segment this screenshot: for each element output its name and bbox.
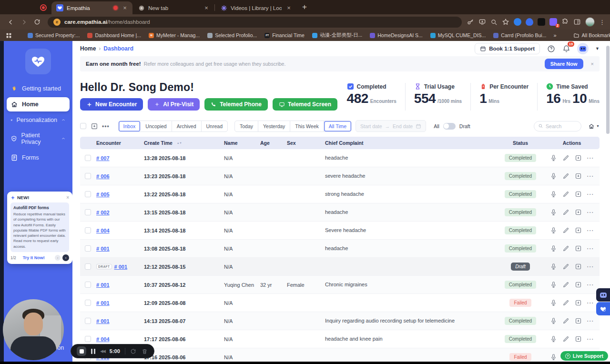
empathia-logo[interactable]: [25, 49, 51, 74]
filter-inbox[interactable]: Inbox: [119, 121, 141, 131]
bookmark-item[interactable]: 动漫-全部类型-日...: [309, 31, 366, 40]
telemed-phone-button[interactable]: Telemed Phone: [204, 98, 268, 111]
edit-icon[interactable]: [562, 299, 569, 306]
edit-icon[interactable]: [562, 317, 569, 324]
edit-icon[interactable]: [562, 263, 569, 270]
sidebar-item-home[interactable]: Home: [7, 97, 70, 111]
export-icon[interactable]: [575, 227, 582, 234]
export-icon[interactable]: [575, 281, 582, 288]
sidebar-item-getting-started[interactable]: Getting started: [7, 82, 70, 95]
popup-prev-button[interactable]: ‹: [55, 255, 61, 261]
live-support-button[interactable]: ? Live Support: [560, 351, 608, 361]
extension-purple-icon[interactable]: 2: [549, 18, 557, 26]
row-checkbox[interactable]: [85, 318, 91, 324]
apps-grid-icon[interactable]: [6, 32, 12, 39]
row-more-icon[interactable]: ···: [587, 227, 594, 234]
encounter-link[interactable]: # 001: [96, 318, 110, 324]
encounter-link[interactable]: # 006: [96, 173, 110, 179]
row-more-icon[interactable]: ···: [587, 300, 594, 306]
tab-close-icon[interactable]: ×: [203, 4, 210, 11]
new-tab-button[interactable]: +: [302, 2, 307, 12]
search-input[interactable]: [546, 123, 579, 129]
extension-shield-icon[interactable]: [526, 18, 533, 26]
sort-icon[interactable]: ▲▼: [177, 142, 182, 144]
all-bookmarks-button[interactable]: All Bookmarks: [570, 31, 610, 40]
row-more-icon[interactable]: ···: [587, 173, 594, 180]
row-checkbox[interactable]: [85, 209, 91, 215]
row-more-icon[interactable]: ···: [587, 263, 594, 270]
new-encounter-button[interactable]: New Encounter: [80, 98, 143, 111]
browser-tab[interactable]: Empathia×: [51, 1, 132, 14]
bookmark-item[interactable]: Secured Property:...: [24, 31, 83, 39]
sidebar-item-personalization[interactable]: Personalization: [7, 113, 70, 127]
record-audio-icon[interactable]: [550, 263, 557, 270]
stop-recording-button[interactable]: [77, 346, 86, 356]
row-checkbox[interactable]: [85, 336, 91, 342]
record-audio-icon[interactable]: [550, 281, 557, 288]
browser-menu-icon[interactable]: ⋮: [599, 19, 605, 26]
bookmark-item[interactable]: FTFinancial Time: [261, 31, 308, 39]
encounter-link[interactable]: # 002: [96, 210, 110, 215]
more-filters-icon[interactable]: •••: [102, 123, 110, 130]
edit-icon[interactable]: [562, 172, 569, 180]
encounter-link[interactable]: # 001: [96, 246, 110, 252]
edit-icon[interactable]: [562, 191, 569, 198]
bookmark-item[interactable]: Selected Profolio...: [204, 31, 260, 39]
bookmark-item[interactable]: HomeDesignsAI S...: [366, 31, 426, 39]
row-more-icon[interactable]: ···: [587, 336, 594, 343]
edit-icon[interactable]: [562, 154, 569, 162]
book-support-button[interactable]: Book 1:1 Support: [475, 43, 540, 54]
extension-blue-icon[interactable]: [514, 18, 521, 26]
record-audio-icon[interactable]: [550, 191, 557, 198]
tab-close-icon[interactable]: ×: [285, 4, 293, 11]
export-icon[interactable]: [575, 263, 582, 270]
sidebar-item-patient-privacy[interactable]: Patient Privacy: [7, 129, 70, 149]
export-icon[interactable]: [575, 191, 582, 198]
popup-close-icon[interactable]: ×: [66, 195, 69, 200]
help-icon[interactable]: [547, 44, 555, 53]
filter-today[interactable]: Today: [235, 121, 258, 131]
encounter-link[interactable]: # 004: [96, 228, 110, 233]
banner-close-icon[interactable]: ×: [591, 61, 594, 67]
zoom-icon[interactable]: [490, 19, 498, 26]
row-checkbox[interactable]: [85, 245, 91, 252]
sidebar-item-forms[interactable]: Forms: [7, 151, 70, 165]
record-audio-icon[interactable]: [550, 209, 557, 216]
filter-yesterday[interactable]: Yesterday: [258, 121, 290, 131]
pause-recording-button[interactable]: [91, 349, 95, 354]
forward-icon[interactable]: [18, 16, 30, 28]
try-it-now-link[interactable]: Try It Now!: [23, 255, 45, 260]
row-more-icon[interactable]: ···: [587, 282, 594, 288]
browser-profile-avatar[interactable]: [585, 17, 595, 27]
breadcrumb-home[interactable]: Home: [80, 45, 96, 52]
row-checkbox[interactable]: [85, 263, 91, 270]
record-audio-icon[interactable]: [550, 299, 557, 306]
row-more-icon[interactable]: ···: [587, 209, 594, 216]
encounter-link[interactable]: # 004: [96, 336, 110, 342]
filter-all-time[interactable]: All Time: [324, 121, 351, 131]
record-audio-icon[interactable]: [550, 172, 557, 180]
url-bar[interactable]: e care.empathia.ai/home/dashboard: [48, 17, 462, 28]
search-box[interactable]: [534, 121, 581, 131]
delete-recording-icon[interactable]: [142, 348, 148, 354]
password-key-icon[interactable]: [467, 18, 474, 26]
export-icon[interactable]: [575, 154, 582, 162]
record-audio-icon[interactable]: [550, 354, 557, 361]
install-icon[interactable]: [478, 18, 486, 26]
row-checkbox[interactable]: [85, 300, 91, 306]
restart-recording-icon[interactable]: [130, 348, 137, 354]
webcam-bubble[interactable]: [3, 299, 64, 360]
bookmark-item[interactable]: MMyMeter - Manag...: [145, 31, 203, 39]
assistant-widget-button[interactable]: [596, 288, 610, 302]
record-audio-icon[interactable]: [550, 335, 557, 343]
notifications-bell-icon[interactable]: 19: [562, 44, 570, 53]
filter-unread[interactable]: Unread: [202, 121, 227, 131]
export-icon[interactable]: [575, 245, 582, 252]
edit-icon[interactable]: [562, 335, 569, 343]
encounter-link[interactable]: # 001: [96, 282, 110, 288]
filter-archived[interactable]: Archived: [172, 121, 202, 131]
edit-icon[interactable]: [562, 245, 569, 252]
bookmark-item[interactable]: MySQL CUME_DIS...: [427, 31, 489, 39]
back-icon[interactable]: [5, 16, 16, 28]
select-all-checkbox[interactable]: [80, 123, 86, 129]
